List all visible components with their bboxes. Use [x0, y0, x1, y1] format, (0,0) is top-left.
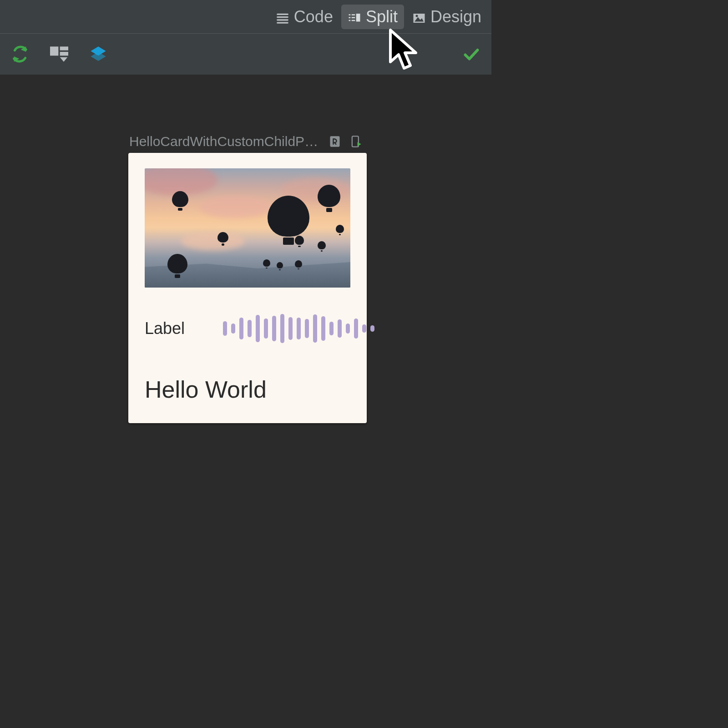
svg-point-13	[415, 15, 418, 17]
svg-rect-17	[60, 46, 68, 50]
svg-rect-9	[352, 20, 355, 21]
card-title: Hello World	[145, 376, 350, 403]
card-image	[145, 168, 350, 288]
preview-card[interactable]: Label Hello World	[128, 153, 367, 423]
svg-rect-16	[50, 46, 58, 56]
refresh-button[interactable]	[11, 45, 29, 63]
svg-rect-6	[349, 20, 350, 21]
svg-marker-19	[60, 57, 68, 62]
svg-rect-8	[352, 17, 355, 18]
preview-header: HelloCardWithCustomChildPrev...	[129, 134, 362, 149]
card-label: Label	[145, 319, 185, 338]
svg-rect-4	[349, 14, 350, 15]
status-ok-icon	[462, 45, 480, 63]
image-icon	[412, 10, 426, 24]
list-lines-icon	[276, 10, 289, 24]
svg-marker-25	[358, 142, 361, 146]
split-view-icon	[348, 10, 361, 24]
svg-rect-5	[349, 17, 350, 18]
svg-rect-10	[356, 14, 360, 22]
tab-split[interactable]: Split	[341, 5, 404, 29]
tab-design-label: Design	[430, 7, 481, 26]
svg-rect-23	[330, 136, 340, 147]
run-on-device-icon[interactable]	[349, 135, 362, 148]
tab-design[interactable]: Design	[406, 5, 488, 29]
layers-button[interactable]	[89, 45, 107, 63]
layout-options-button[interactable]	[50, 45, 68, 63]
view-mode-bar: Code Split Design	[0, 0, 491, 34]
preview-title: HelloCardWithCustomChildPrev...	[129, 134, 320, 149]
svg-rect-7	[352, 14, 355, 15]
tab-code[interactable]: Code	[269, 5, 339, 29]
svg-rect-18	[60, 52, 68, 56]
card-label-row: Label	[145, 314, 350, 343]
tab-split-label: Split	[366, 7, 398, 26]
design-canvas[interactable]: HelloCardWithCustomChildPrev... Label He…	[0, 75, 491, 491]
waveform-icon	[223, 314, 374, 343]
preview-toolbar	[0, 34, 491, 75]
interactive-preview-icon[interactable]	[329, 135, 341, 148]
tab-code-label: Code	[294, 7, 333, 26]
